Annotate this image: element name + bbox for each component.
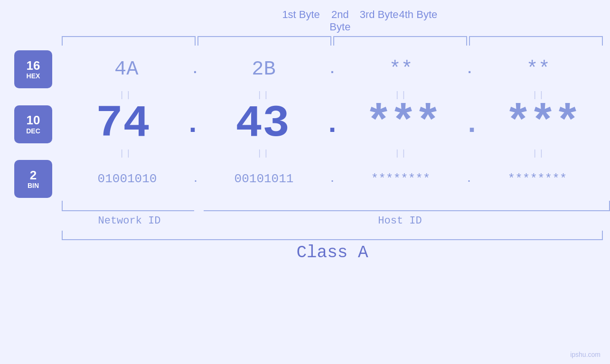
host-id-label: Host ID — [378, 215, 422, 227]
bin-badge-label: BIN — [28, 182, 39, 189]
bin-val-1: 01001010 — [98, 172, 157, 186]
hex-dot-2: . — [328, 62, 337, 77]
main-container: 1st Byte 2nd Byte 3rd Byte 4th Byte 16 H… — [0, 0, 610, 364]
byte-header-3: 3rd Byte — [360, 9, 399, 33]
hex-dot-3: . — [466, 62, 474, 77]
bin-dot-1: . — [193, 174, 198, 185]
dec-val-1: 74 — [96, 98, 150, 149]
bin-val-2: 00101011 — [235, 172, 294, 186]
class-label: Class A — [296, 243, 368, 262]
bracket-bottom-network — [62, 201, 194, 211]
bin-dot-3: . — [466, 174, 472, 185]
hex-val-4: ** — [526, 58, 550, 81]
byte-header-1: 1st Byte — [282, 9, 320, 33]
dec-val-3: *** — [365, 98, 439, 149]
dec-dot-2: . — [324, 110, 341, 139]
byte-header-4: 4th Byte — [399, 9, 438, 33]
watermark: ipshu.com — [570, 351, 601, 358]
byte-header-2: 2nd Byte — [320, 9, 359, 33]
hex-dot-1: . — [191, 62, 199, 77]
bracket-bottom-big — [62, 231, 603, 240]
network-id-label: Network ID — [98, 215, 160, 227]
sep2-1: || — [119, 149, 132, 158]
bin-val-4: ******** — [508, 172, 567, 186]
sep2-4: || — [532, 149, 545, 158]
bin-badge-number: 2 — [30, 168, 37, 182]
dec-badge-label: DEC — [26, 127, 40, 135]
hex-val-2: 2B — [252, 58, 275, 81]
bracket-bottom-host — [204, 201, 610, 211]
bin-val-3: ******** — [371, 172, 431, 186]
bracket-top-4 — [469, 36, 603, 46]
dec-val-2: 43 — [235, 98, 290, 149]
dec-dot-3: . — [463, 110, 480, 139]
bin-dot-2: . — [329, 174, 335, 185]
bin-badge: 2 BIN — [14, 160, 52, 198]
dec-badge-number: 10 — [27, 113, 40, 127]
hex-badge-number: 16 — [27, 59, 40, 73]
bracket-top-3 — [333, 36, 467, 46]
dec-dot-1: . — [184, 110, 201, 139]
sep2-2: || — [257, 149, 270, 158]
hex-val-3: ** — [389, 58, 413, 81]
sep2-3: || — [394, 149, 408, 158]
dec-badge: 10 DEC — [14, 105, 52, 143]
hex-badge-label: HEX — [27, 72, 40, 80]
bracket-top-2 — [197, 36, 331, 46]
bracket-top-1 — [62, 36, 196, 46]
hex-badge: 16 HEX — [14, 50, 52, 88]
dec-val-4: *** — [505, 98, 579, 149]
hex-val-1: 4A — [114, 58, 138, 81]
